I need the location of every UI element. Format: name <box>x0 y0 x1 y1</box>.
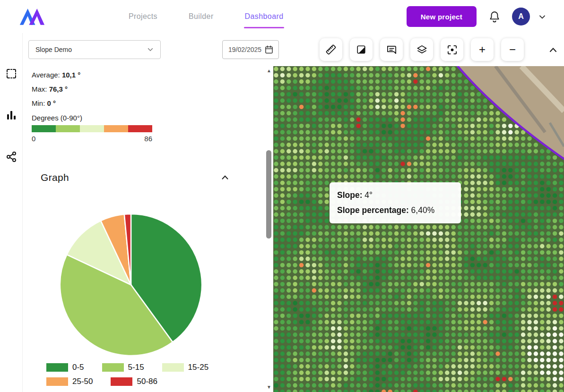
tooltip-percentage-line: Slope percentage: 6,40% <box>337 203 453 218</box>
comments-button[interactable] <box>380 38 403 61</box>
legend-label: 0-5 <box>72 363 84 372</box>
stat-max: Max: 76,3 ° <box>32 85 255 93</box>
scan-focus-icon <box>447 44 458 55</box>
slope-dot-map[interactable] <box>273 66 564 392</box>
date-field[interactable] <box>222 40 279 59</box>
graph-title: Graph <box>41 172 69 183</box>
region-select-icon[interactable] <box>6 68 17 79</box>
legend-item: 50-86 <box>111 377 157 386</box>
main-nav: Projects Builder Dashboard <box>128 0 284 33</box>
notifications-bell-icon[interactable] <box>488 10 501 23</box>
chevron-up-icon <box>547 44 559 56</box>
pie-legend: 0-55-1515-2525-5050-86 <box>46 363 235 386</box>
legend-item: 0-5 <box>46 363 84 372</box>
left-icon-rail <box>0 33 23 392</box>
nav-item-builder[interactable]: Builder <box>188 9 215 24</box>
zoom-in-button[interactable]: + <box>471 38 494 61</box>
statistics-bar-chart-icon[interactable] <box>6 110 17 121</box>
header: Projects Builder Dashboard New project A <box>0 0 564 33</box>
stat-average: Average: 10,1 ° <box>32 71 255 79</box>
degrees-color-scale <box>32 125 152 132</box>
legend-swatch <box>46 363 68 372</box>
degrees-scale-label: Degrees (0-90°) <box>32 114 255 122</box>
legend-label: 50-86 <box>137 377 157 386</box>
zoom-out-button[interactable]: − <box>501 38 524 61</box>
scrollbar-thumb[interactable] <box>266 150 271 239</box>
new-project-button[interactable]: New project <box>407 6 477 27</box>
legend-item: 25-50 <box>46 377 93 386</box>
legend-label: 5-15 <box>128 363 144 372</box>
measure-ruler-button[interactable] <box>320 38 342 61</box>
legend-swatch <box>111 377 132 386</box>
scroll-up-arrow[interactable]: ▲ <box>265 67 273 75</box>
scale-min: 0 <box>32 135 35 143</box>
map-toolbar: Slope Demo <box>23 33 564 66</box>
avatar[interactable]: A <box>512 8 530 26</box>
calendar-icon <box>264 45 274 54</box>
date-input[interactable] <box>227 45 264 54</box>
plus-icon: + <box>479 44 486 55</box>
map-tooltip: Slope: 4° Slope percentage: 6,40% <box>330 182 461 223</box>
share-icon[interactable] <box>6 151 17 162</box>
legend-swatch <box>46 377 68 386</box>
scale-max: 86 <box>144 135 152 143</box>
degrees-scale-ticks: 0 86 <box>32 135 152 143</box>
layers-icon <box>416 44 427 55</box>
scroll-down-arrow[interactable]: ▼ <box>265 383 273 391</box>
legend-swatch <box>102 363 124 372</box>
map-area: ▲ ▼ Slope: 4° Slope percentage: 6,40% <box>255 66 564 392</box>
chevron-down-icon <box>147 46 154 53</box>
slope-pie-chart[interactable] <box>58 212 204 358</box>
legend-item: 15-25 <box>162 363 208 372</box>
collapse-toolbar-button[interactable] <box>545 44 557 56</box>
legend-item: 5-15 <box>102 363 144 372</box>
nav-item-dashboard[interactable]: Dashboard <box>244 9 285 24</box>
graph-collapse-chevron-icon[interactable] <box>220 172 230 183</box>
nav-item-projects[interactable]: Projects <box>128 9 158 24</box>
analysis-panel: Average: 10,1 ° Max: 76,3 ° Min: 0 ° Deg… <box>23 66 255 392</box>
contrast-image-icon <box>356 44 366 55</box>
legend-swatch <box>162 363 184 372</box>
scan-area-button[interactable] <box>441 38 463 61</box>
layers-button[interactable] <box>410 38 433 61</box>
minus-icon: − <box>509 44 516 55</box>
project-select-value: Slope Demo <box>35 46 72 53</box>
panel-scrollbar[interactable]: ▲ ▼ <box>265 66 273 392</box>
comment-icon <box>386 44 397 55</box>
legend-label: 15-25 <box>188 363 208 372</box>
app-logo-icon[interactable] <box>19 7 45 26</box>
tooltip-slope-line: Slope: 4° <box>337 187 453 203</box>
legend-label: 25-50 <box>72 377 93 386</box>
ruler-icon <box>325 44 337 55</box>
basemap-contrast-button[interactable] <box>350 38 373 61</box>
project-select[interactable]: Slope Demo <box>28 40 161 59</box>
graph-section-header: Graph <box>32 172 230 183</box>
account-chevron-down-icon[interactable] <box>538 13 546 21</box>
stat-min: Min: 0 ° <box>32 99 255 107</box>
